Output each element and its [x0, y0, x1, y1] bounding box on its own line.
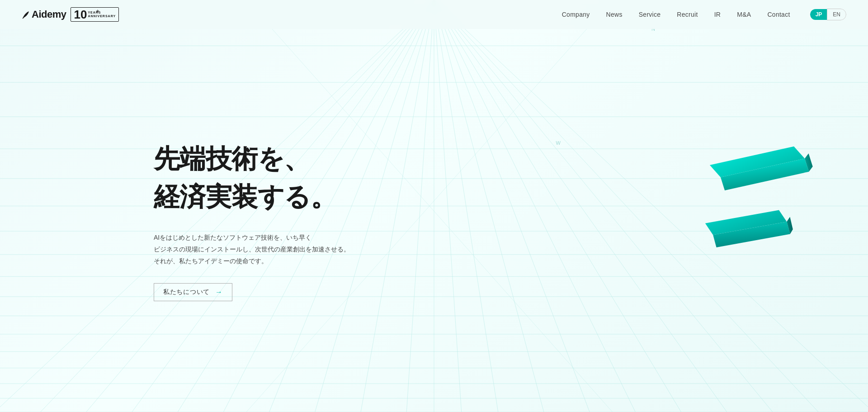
hero-shapes — [615, 125, 832, 306]
nav-ir[interactable]: IR — [714, 11, 721, 18]
shape-bottom — [696, 211, 796, 245]
svg-line-9 — [361, 0, 434, 412]
arrow-icon: → — [215, 288, 223, 296]
nav-recruit[interactable]: Recruit — [677, 11, 698, 18]
shape-top — [696, 152, 814, 188]
lang-en-button[interactable]: EN — [827, 9, 846, 20]
svg-line-14 — [434, 0, 544, 412]
svg-line-13 — [434, 0, 498, 412]
lang-jp-button[interactable]: JP — [810, 9, 828, 20]
logo[interactable]: Aidemy — [22, 9, 66, 20]
svg-line-20 — [434, 0, 818, 412]
svg-line-15 — [434, 0, 590, 412]
hero-content: 先端技術を、 経済実装する。 AIをはじめとした新たなソフトウェア技術を、いち早… — [0, 111, 350, 302]
svg-marker-43 — [804, 153, 813, 172]
compass-w: W — [556, 140, 561, 146]
nav-service[interactable]: Service — [639, 11, 661, 18]
svg-line-17 — [434, 0, 681, 412]
svg-marker-44 — [705, 209, 788, 236]
hero-section: .grid-line { stroke: #4ec8c0; stroke-wid… — [0, 0, 868, 412]
anniversary-badge: 10 YEARS ANNIVERSARY — [71, 7, 119, 22]
svg-line-10 — [406, 0, 434, 412]
hero-cta-button[interactable]: 私たちについて → — [154, 283, 232, 301]
logo-leaf-icon — [22, 9, 30, 19]
svg-marker-46 — [786, 217, 793, 234]
nav-ma[interactable]: M&A — [737, 11, 751, 18]
svg-line-16 — [434, 0, 635, 412]
hero-title: 先端技術を、 経済実装する。 — [154, 140, 350, 216]
svg-marker-42 — [720, 158, 810, 190]
nav-contact[interactable]: Contact — [767, 11, 790, 18]
nav-company[interactable]: Company — [562, 11, 590, 18]
svg-line-12 — [434, 0, 462, 412]
header: Aidemy 10 YEARS ANNIVERSARY Company News… — [0, 0, 868, 29]
logo-area: Aidemy 10 YEARS ANNIVERSARY — [22, 7, 119, 22]
main-nav: Company News Service Recruit IR M&A Cont… — [562, 9, 846, 20]
star-icon — [95, 9, 101, 15]
nav-news[interactable]: News — [606, 11, 623, 18]
hero-description: AIをはじめとした新たなソフトウェア技術を、いち早く ビジネスの現場にインストー… — [154, 232, 350, 267]
compass-s: S — [770, 222, 773, 227]
svg-marker-41 — [709, 145, 806, 178]
svg-marker-45 — [712, 221, 791, 247]
svg-line-19 — [434, 0, 773, 412]
svg-line-18 — [434, 0, 727, 412]
svg-line-21 — [434, 0, 868, 412]
language-switcher: JP EN — [810, 9, 846, 20]
